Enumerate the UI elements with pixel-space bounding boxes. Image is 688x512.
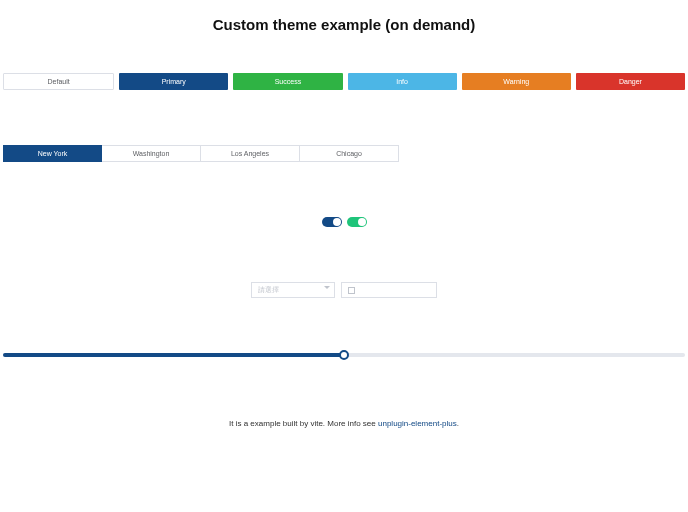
tab-washington[interactable]: Washington bbox=[102, 145, 201, 162]
select-input[interactable]: 請選擇 bbox=[251, 282, 335, 298]
warning-button[interactable]: Warning bbox=[462, 73, 571, 90]
danger-button[interactable]: Danger bbox=[576, 73, 685, 90]
select-placeholder: 請選擇 bbox=[258, 285, 279, 295]
switch-primary[interactable] bbox=[322, 217, 342, 227]
footer-prefix: It is a example built by vite. More info… bbox=[229, 419, 378, 428]
switch-knob-icon bbox=[358, 218, 366, 226]
footer-link[interactable]: unplugin-element-plus bbox=[378, 419, 457, 428]
inputs-row: 請選擇 bbox=[0, 282, 688, 298]
primary-button[interactable]: Primary bbox=[119, 73, 228, 90]
switch-knob-icon bbox=[333, 218, 341, 226]
calendar-icon bbox=[348, 287, 355, 294]
slider-handle[interactable] bbox=[339, 350, 349, 360]
slider-wrap bbox=[0, 353, 688, 357]
success-button[interactable]: Success bbox=[233, 73, 342, 90]
page-title: Custom theme example (on demand) bbox=[0, 16, 688, 33]
switches-row bbox=[0, 217, 688, 227]
tabs-row: New York Washington Los Angeles Chicago bbox=[0, 145, 688, 162]
tab-chicago[interactable]: Chicago bbox=[300, 145, 399, 162]
chevron-down-icon bbox=[324, 286, 330, 289]
footer-suffix: . bbox=[457, 419, 459, 428]
footer-text: It is a example built by vite. More info… bbox=[0, 419, 688, 428]
date-input[interactable] bbox=[341, 282, 437, 298]
default-button[interactable]: Default bbox=[3, 73, 114, 90]
switch-success[interactable] bbox=[347, 217, 367, 227]
slider-track[interactable] bbox=[3, 353, 685, 357]
button-row: Default Primary Success Info Warning Dan… bbox=[0, 73, 688, 90]
tab-new-york[interactable]: New York bbox=[3, 145, 102, 162]
tab-los-angeles[interactable]: Los Angeles bbox=[201, 145, 300, 162]
slider-fill bbox=[3, 353, 344, 357]
info-button[interactable]: Info bbox=[348, 73, 457, 90]
